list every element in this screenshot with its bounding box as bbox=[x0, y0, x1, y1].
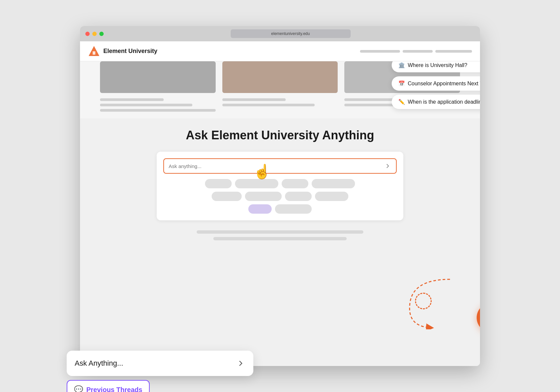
dashed-path-svg bbox=[397, 276, 470, 329]
bolt-button[interactable] bbox=[477, 303, 480, 333]
suggestion-bubble-3[interactable]: ✏️ When is the application deadline? bbox=[392, 95, 480, 109]
chip bbox=[285, 192, 312, 201]
chip bbox=[312, 179, 355, 188]
chip bbox=[282, 179, 308, 188]
traffic-light-minimize[interactable] bbox=[92, 32, 97, 36]
suggestion-text-1: Where is University Hall? bbox=[408, 62, 467, 68]
url-text: elementuniversity.edu bbox=[271, 31, 310, 36]
suggestion-emoji-1: 🏛️ bbox=[398, 62, 405, 68]
chip-row-2 bbox=[212, 192, 348, 201]
chip bbox=[315, 192, 348, 201]
browser-window: elementuniversity.edu Element University bbox=[80, 26, 480, 366]
text-line bbox=[100, 109, 216, 112]
logo-icon bbox=[88, 45, 100, 57]
search-container bbox=[157, 152, 403, 220]
bottom-lines bbox=[93, 230, 467, 240]
prev-threads-icon: 💬 bbox=[74, 385, 83, 392]
floating-chat-placeholder: Ask Anything... bbox=[75, 359, 123, 368]
browser-content: Element University bbox=[80, 41, 480, 366]
suggestion-emoji-3: ✏️ bbox=[398, 99, 405, 105]
chip bbox=[245, 192, 282, 201]
traffic-light-close[interactable] bbox=[85, 32, 90, 36]
text-line bbox=[222, 104, 315, 106]
text-col-1 bbox=[100, 98, 216, 112]
previous-threads-button[interactable]: 💬 Previous Threads bbox=[67, 380, 150, 392]
nav-placeholder-3 bbox=[435, 50, 472, 53]
nav-bar: Element University bbox=[80, 41, 480, 61]
text-line bbox=[100, 98, 164, 101]
text-line bbox=[100, 104, 192, 106]
text-line bbox=[222, 98, 286, 101]
chip-rows bbox=[163, 179, 397, 214]
logo-area: Element University bbox=[88, 45, 157, 57]
chip bbox=[235, 179, 278, 188]
url-bar[interactable]: elementuniversity.edu bbox=[231, 29, 351, 38]
logo-name: Element University bbox=[103, 48, 157, 55]
search-input[interactable] bbox=[169, 163, 384, 169]
search-input-row[interactable] bbox=[163, 158, 397, 174]
svg-rect-2 bbox=[93, 51, 95, 55]
nav-placeholder-1 bbox=[360, 50, 400, 53]
prev-threads-label: Previous Threads bbox=[86, 386, 142, 392]
suggestion-bubble-2[interactable]: 📅 Counselor Appointments Next Week bbox=[392, 76, 480, 91]
chip-purple bbox=[248, 204, 272, 214]
chip-row-1 bbox=[205, 179, 355, 188]
suggestion-bubble-1[interactable]: 🏛️ Where is University Hall? bbox=[392, 61, 480, 72]
text-col-2 bbox=[222, 98, 338, 112]
image-placeholder-2 bbox=[222, 61, 338, 93]
suggestion-text-3: When is the application deadline? bbox=[408, 99, 480, 105]
bottom-line bbox=[213, 237, 347, 240]
floating-send-button[interactable] bbox=[236, 359, 245, 368]
main-title: Ask Element University Anything bbox=[186, 128, 374, 142]
chip-row-3 bbox=[248, 204, 312, 214]
suggestion-text-2: Counselor Appointments Next Week bbox=[408, 81, 480, 87]
floating-chat-panel: Ask Anything... bbox=[67, 351, 253, 376]
dashed-circle bbox=[415, 293, 432, 309]
suggestion-bubbles: 🏛️ Where is University Hall? 📅 Counselor… bbox=[392, 61, 480, 109]
chip bbox=[275, 204, 312, 214]
nav-right bbox=[360, 50, 472, 53]
suggestion-emoji-2: 📅 bbox=[398, 80, 405, 87]
search-send-button[interactable] bbox=[384, 162, 391, 170]
nav-placeholder-2 bbox=[403, 50, 433, 53]
page-content: 🏛️ Where is University Hall? 📅 Counselor… bbox=[80, 61, 480, 366]
top-section: 🏛️ Where is University Hall? 📅 Counselor… bbox=[80, 61, 480, 118]
image-placeholder-1 bbox=[100, 61, 216, 93]
traffic-light-fullscreen[interactable] bbox=[99, 32, 104, 36]
chip bbox=[212, 192, 242, 201]
bottom-line bbox=[197, 230, 363, 234]
chip bbox=[205, 179, 232, 188]
main-area: Ask Element University Anything bbox=[80, 118, 480, 366]
floating-chat-row: Ask Anything... bbox=[75, 359, 245, 368]
browser-titlebar: elementuniversity.edu bbox=[80, 26, 480, 41]
